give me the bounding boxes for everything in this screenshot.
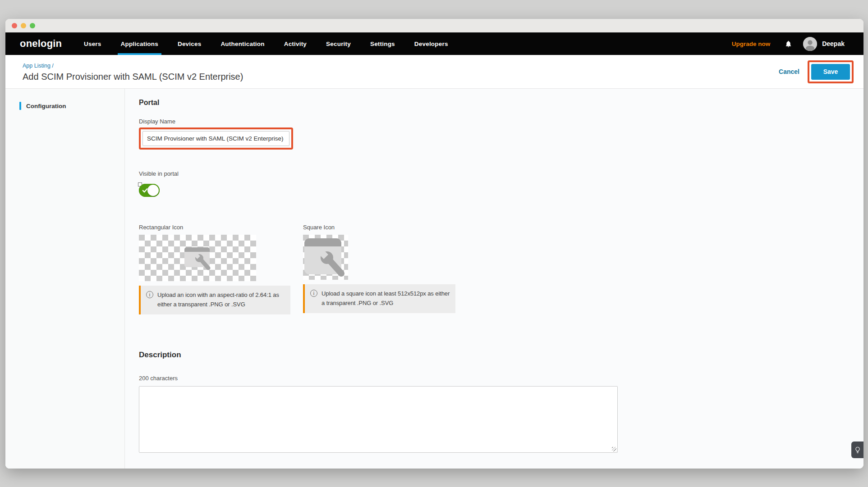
- nav-tab-devices[interactable]: Devices: [178, 32, 201, 55]
- rectangular-icon-section: Rectangular Icon i Upload an icon with a…: [139, 224, 290, 314]
- maximize-window-button[interactable]: [30, 23, 35, 28]
- nav-tab-authentication[interactable]: Authentication: [220, 32, 264, 55]
- description-textarea[interactable]: [139, 386, 618, 453]
- display-name-input[interactable]: [142, 131, 289, 146]
- app-wrench-icon: [303, 236, 348, 278]
- active-indicator-bar: [19, 102, 21, 110]
- description-section-heading: Description: [139, 350, 863, 360]
- breadcrumb[interactable]: App Listing /: [23, 63, 54, 69]
- app-wrench-icon: [180, 245, 215, 271]
- nav-tab-developers[interactable]: Developers: [414, 32, 448, 55]
- cancel-button[interactable]: Cancel: [779, 68, 799, 75]
- notifications-bell-icon[interactable]: [785, 40, 792, 48]
- description-field-wrap: [139, 386, 618, 453]
- save-button[interactable]: Save: [811, 64, 850, 80]
- lightbulb-icon: [854, 446, 861, 454]
- resize-handle[interactable]: [612, 447, 616, 451]
- onelogin-logo: onelogin: [20, 32, 60, 55]
- help-lightbulb-tab[interactable]: [851, 441, 863, 458]
- square-icon-hint-text: Upload a square icon at least 512x512px …: [321, 289, 450, 308]
- rectangular-icon-upload-area[interactable]: [139, 235, 256, 281]
- display-name-label: Display Name: [139, 118, 863, 125]
- rectangular-icon-hint-text: Upload an icon with an aspect-ratio of 2…: [157, 290, 285, 309]
- nav-tab-applications[interactable]: Applications: [121, 32, 158, 55]
- navbar-right: Upgrade now Deepak: [732, 32, 845, 55]
- sidebar-item-configuration[interactable]: Configuration: [5, 102, 124, 110]
- close-window-button[interactable]: [12, 23, 17, 28]
- window-titlebar: [5, 19, 863, 32]
- top-navbar: onelogin Users Applications Devices Auth…: [5, 32, 863, 55]
- portal-section-heading: Portal: [139, 99, 863, 107]
- page-header-left: App Listing / Add SCIM Provisioner with …: [23, 61, 243, 82]
- save-annotation-highlight: Save: [808, 60, 854, 83]
- nav-tab-users[interactable]: Users: [84, 32, 101, 55]
- rectangular-icon-label: Rectangular Icon: [139, 224, 290, 231]
- icon-upload-row: Rectangular Icon i Upload an icon with a…: [139, 224, 863, 314]
- info-icon: i: [146, 291, 153, 298]
- nav-tab-settings[interactable]: Settings: [370, 32, 395, 55]
- toggle-knob: [147, 185, 159, 196]
- nav-tab-activity[interactable]: Activity: [284, 32, 307, 55]
- visible-in-portal-toggle[interactable]: [139, 184, 160, 197]
- main-content: Portal Display Name Visible in portal Re…: [125, 89, 863, 469]
- info-icon: i: [310, 290, 317, 297]
- page-header: App Listing / Add SCIM Provisioner with …: [5, 55, 863, 89]
- nav-tabs: Users Applications Devices Authenticatio…: [84, 32, 448, 55]
- user-avatar: [803, 37, 817, 51]
- nav-tab-security[interactable]: Security: [326, 32, 351, 55]
- rectangular-icon-hint: i Upload an icon with an aspect-ratio of…: [139, 286, 290, 314]
- page-body: Configuration Portal Display Name Visibl…: [5, 89, 863, 469]
- page-header-actions: Cancel Save: [779, 60, 854, 83]
- user-menu[interactable]: Deepak: [803, 37, 845, 51]
- upgrade-now-link[interactable]: Upgrade now: [732, 41, 771, 47]
- square-icon-hint: i Upload a square icon at least 512x512p…: [303, 284, 455, 313]
- settings-sidebar: Configuration: [5, 89, 125, 469]
- square-icon-section: Square Icon i Upload a square icon at le…: [303, 224, 455, 314]
- user-name-label: Deepak: [822, 40, 845, 47]
- square-icon-upload-area[interactable]: [303, 235, 348, 280]
- sidebar-item-label: Configuration: [26, 103, 66, 109]
- page-title: Add SCIM Provisioner with SAML (SCIM v2 …: [23, 72, 243, 82]
- character-count-label: 200 characters: [139, 375, 863, 382]
- square-icon-label: Square Icon: [303, 224, 455, 231]
- display-name-annotation-highlight: [139, 127, 293, 150]
- minimize-window-button[interactable]: [21, 23, 26, 28]
- visible-in-portal-label: Visible in portal: [139, 170, 863, 177]
- browser-window: onelogin Users Applications Devices Auth…: [5, 19, 863, 469]
